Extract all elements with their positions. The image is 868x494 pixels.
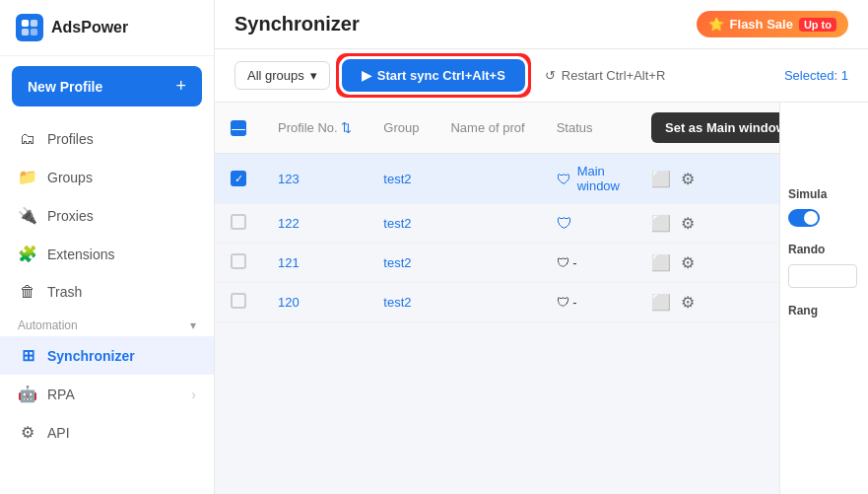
row1-name <box>434 154 540 204</box>
simula-toggle[interactable] <box>788 209 820 227</box>
header-group: Group <box>367 103 434 154</box>
sidebar-item-proxies[interactable]: 🔌 Proxies <box>0 196 214 235</box>
up-to-label: Up to <box>799 18 836 32</box>
row4-window-icon[interactable]: ⬜ <box>651 293 671 312</box>
logo-icon <box>16 14 43 41</box>
trash-icon: 🗑 <box>18 283 37 301</box>
svg-rect-3 <box>31 29 37 35</box>
sidebar-nav: 🗂 Profiles 📁 Groups 🔌 Proxies 🧩 Extensio… <box>0 116 214 494</box>
sort-icon[interactable]: ⇅ <box>341 120 352 135</box>
row4-name <box>434 283 540 322</box>
row2-checkbox-cell <box>215 204 262 244</box>
simula-label: Simula <box>788 187 860 201</box>
row1-group: test2 <box>367 154 434 204</box>
row2-status: 🛡 <box>541 204 635 244</box>
rando-input[interactable] <box>788 264 857 288</box>
row4-profile-no: 120 <box>262 283 367 322</box>
groups-label: Groups <box>47 170 93 185</box>
table-header-row: — Profile No. ⇅ Group Name of prof <box>215 103 779 154</box>
restart-button[interactable]: ↺ Restart Ctrl+Alt+R <box>537 62 673 89</box>
set-main-window-tooltip[interactable]: Set as Main window <box>651 112 779 143</box>
profiles-table: — Profile No. ⇅ Group Name of prof <box>215 103 779 322</box>
sidebar-item-rpa[interactable]: 🤖 RPA › <box>0 375 214 413</box>
start-sync-button[interactable]: ▶ Start sync Ctrl+Alt+S <box>342 59 525 92</box>
proxies-icon: 🔌 <box>18 206 37 225</box>
header-status: Status <box>541 103 635 154</box>
row2-checkbox[interactable] <box>231 214 246 230</box>
right-panel-rang: Rang <box>788 304 860 318</box>
row4-actions: ⬜ ⚙ <box>635 283 779 322</box>
row2-profile-no: 122 <box>262 204 367 244</box>
row1-settings-icon[interactable]: ⚙ <box>681 170 695 188</box>
toolbar: All groups ▾ ▶ Start sync Ctrl+Alt+S ↺ R… <box>215 49 868 103</box>
automation-section-header: Automation ▾ <box>0 311 214 336</box>
selected-badge: Selected: 1 <box>784 68 848 83</box>
sidebar-item-synchronizer[interactable]: ⊞ Synchronizer <box>0 336 214 375</box>
header-profile-no: Profile No. ⇅ <box>262 103 367 154</box>
sidebar-item-profiles[interactable]: 🗂 Profiles <box>0 120 214 158</box>
app-name: AdsPower <box>51 19 128 36</box>
svg-rect-1 <box>31 20 37 27</box>
group-filter-label: All groups <box>247 68 304 83</box>
header-actions: Set as Main window <box>635 103 779 154</box>
rpa-chevron-icon: › <box>191 387 196 402</box>
restart-icon: ↺ <box>545 68 556 83</box>
row4-checkbox[interactable] <box>231 293 246 309</box>
start-sync-wrapper: ▶ Start sync Ctrl+Alt+S <box>342 59 525 92</box>
right-panel-spacer <box>788 112 860 172</box>
table-row: 120 test2 🛡 - ⬜ ⚙ <box>215 283 779 322</box>
svg-rect-0 <box>22 20 29 27</box>
header-name-of-prof: Name of prof <box>434 103 540 154</box>
row2-status-check: 🛡 <box>557 215 572 232</box>
extensions-label: Extensions <box>47 247 114 262</box>
new-profile-button[interactable]: New Profile + <box>12 66 202 106</box>
sidebar-item-api[interactable]: ⚙ API <box>0 413 214 452</box>
row3-status: 🛡 - <box>541 244 635 283</box>
row4-status-dash: - <box>572 295 576 310</box>
group-filter-select[interactable]: All groups ▾ <box>234 61 330 90</box>
row2-name <box>434 204 540 244</box>
row1-window-icon[interactable]: ⬜ <box>651 170 671 188</box>
row3-group: test2 <box>367 244 434 283</box>
row2-settings-icon[interactable]: ⚙ <box>681 214 695 233</box>
row3-settings-icon[interactable]: ⚙ <box>681 253 695 272</box>
group-filter-chevron: ▾ <box>310 68 317 83</box>
page-title: Synchronizer <box>234 13 360 35</box>
table-container: — Profile No. ⇅ Group Name of prof <box>215 103 868 494</box>
simula-toggle-container <box>788 209 860 227</box>
synchronizer-label: Synchronizer <box>47 348 135 364</box>
new-profile-label: New Profile <box>28 79 102 95</box>
row3-window-icon[interactable]: ⬜ <box>651 253 671 272</box>
sidebar-item-trash[interactable]: 🗑 Trash <box>0 273 214 311</box>
row2-group: test2 <box>367 204 434 244</box>
select-all-checkbox[interactable]: — <box>231 120 246 136</box>
row4-group: test2 <box>367 283 434 322</box>
row2-window-icon[interactable]: ⬜ <box>651 214 671 233</box>
row1-profile-no: 123 <box>262 154 367 204</box>
trash-label: Trash <box>47 284 82 300</box>
play-icon: ▶ <box>362 68 371 83</box>
restart-label: Restart Ctrl+Alt+R <box>562 68 665 83</box>
row4-status: 🛡 - <box>541 283 635 322</box>
rando-label: Rando <box>788 243 860 256</box>
flash-sale-badge[interactable]: ⭐ Flash Sale Up to <box>697 11 848 37</box>
row4-settings-icon[interactable]: ⚙ <box>681 293 695 312</box>
row3-status-icon: 🛡 <box>557 255 569 270</box>
logo-area: AdsPower <box>0 0 214 56</box>
star-icon: ⭐ <box>708 17 724 32</box>
sidebar-item-extensions[interactable]: 🧩 Extensions <box>0 235 214 273</box>
table-main: — Profile No. ⇅ Group Name of prof <box>215 103 779 494</box>
table-row: ✓ 123 test2 🛡 Main window <box>215 154 779 204</box>
row3-checkbox[interactable] <box>231 253 246 269</box>
row3-checkbox-cell <box>215 244 262 283</box>
row1-actions: ⬜ ⚙ <box>635 154 779 204</box>
sidebar-item-groups[interactable]: 📁 Groups <box>0 158 214 196</box>
row3-status-dash: - <box>572 255 576 270</box>
rpa-icon: 🤖 <box>18 385 37 403</box>
table-row: 121 test2 🛡 - ⬜ ⚙ <box>215 244 779 283</box>
row4-status-icon: 🛡 <box>557 295 569 310</box>
groups-icon: 📁 <box>18 168 37 186</box>
right-panel-simula: Simula <box>788 187 860 227</box>
row1-checkbox[interactable]: ✓ <box>231 171 246 186</box>
topbar: Synchronizer ⭐ Flash Sale Up to <box>215 0 868 49</box>
